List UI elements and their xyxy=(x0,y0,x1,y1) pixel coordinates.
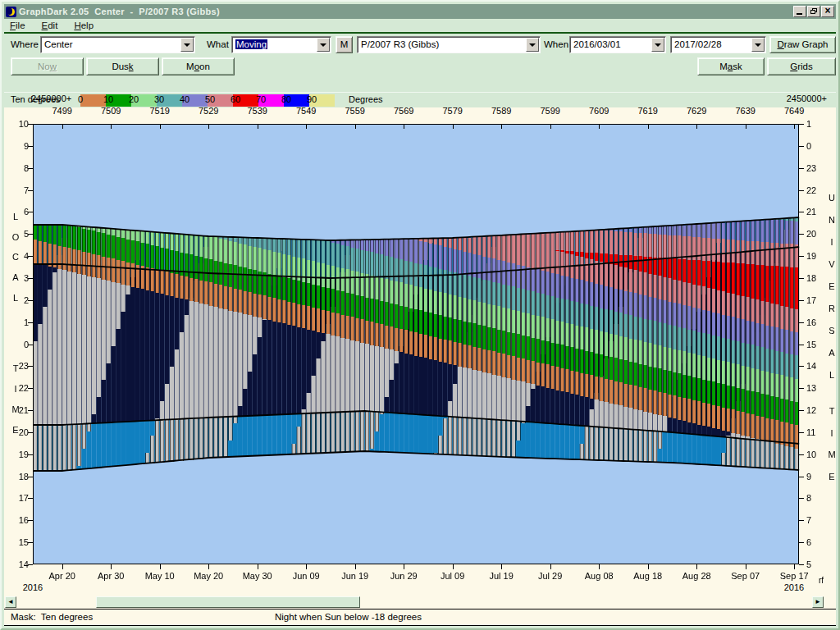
left-hour-label: 16 xyxy=(2,515,29,525)
date-tick-label: Aug 18 xyxy=(624,571,672,581)
legend-degrees-label: Degrees xyxy=(349,94,383,104)
chart-panel: 2450000+2450000+749975097519752975397549… xyxy=(4,107,836,611)
left-axis-title: C xyxy=(11,252,20,262)
jd-tick-label: 7639 xyxy=(722,106,769,116)
date-tick-label: Sep 17 xyxy=(770,571,818,581)
where-combobox[interactable]: Center xyxy=(40,36,195,53)
right-hour-label: 9 xyxy=(806,472,823,482)
legend-tick: 60 xyxy=(231,94,240,104)
legend-tick: 30 xyxy=(154,94,164,104)
object-dropdown-button[interactable] xyxy=(526,38,539,52)
date-from-combobox[interactable]: 2016/03/01 xyxy=(569,36,666,53)
jd-tick-label: 7599 xyxy=(527,106,574,116)
scroll-left-button[interactable]: ◄ xyxy=(5,596,16,608)
legend-tick: 80 xyxy=(281,94,291,104)
legend-tick: 0 xyxy=(78,94,83,104)
date-tick-label: Jul 09 xyxy=(429,571,477,581)
grids-button[interactable]: Grids xyxy=(767,57,836,75)
what-combobox[interactable]: Moving xyxy=(231,36,331,53)
left-hour-label: 10 xyxy=(2,119,29,129)
left-hour-label: 15 xyxy=(2,537,29,547)
restore-button[interactable] xyxy=(807,6,820,17)
left-axis-title: T xyxy=(11,363,20,373)
date-tick-label: Aug 08 xyxy=(575,571,623,581)
date-tick-label: Aug 28 xyxy=(673,571,720,581)
right-hour-label: 19 xyxy=(806,251,823,261)
date-tick-label: Jun 19 xyxy=(331,571,379,581)
right-axis-title: U xyxy=(827,193,837,203)
jd-tick-label: 7649 xyxy=(770,106,818,116)
right-axis-title: E xyxy=(827,281,837,291)
right-hour-label: 13 xyxy=(806,383,823,393)
left-axis-title: A xyxy=(11,272,20,282)
dusk-button[interactable]: Dusk xyxy=(86,57,159,75)
chevron-down-icon xyxy=(184,43,190,50)
date-to-dropdown-button[interactable] xyxy=(751,38,765,52)
date-tick-label: Jul 19 xyxy=(477,571,525,581)
right-axis-title: N xyxy=(827,215,837,225)
jd-tick-label: 7559 xyxy=(331,106,379,116)
right-hour-label: 8 xyxy=(806,493,823,503)
right-hour-label: 7 xyxy=(806,515,823,525)
app-icon xyxy=(6,7,16,17)
left-hour-label: 7 xyxy=(2,185,29,195)
right-hour-label: 15 xyxy=(806,340,823,349)
jd-tick-label: 7569 xyxy=(380,106,427,116)
when-label: When xyxy=(544,39,568,49)
right-hour-label: 17 xyxy=(806,295,823,305)
what-dropdown-button[interactable] xyxy=(317,38,330,52)
left-hour-label: 18 xyxy=(2,472,29,482)
menu-item-file[interactable]: File xyxy=(4,21,31,30)
left-hour-label: 9 xyxy=(2,141,29,151)
jd-tick-label: 7509 xyxy=(87,106,135,116)
right-hour-label: 12 xyxy=(806,405,823,415)
date-to-combobox[interactable]: 2017/02/28 xyxy=(670,36,766,53)
left-axis-title: O xyxy=(11,232,20,242)
m-button[interactable]: M xyxy=(336,36,353,53)
date-tick-label: Apr 30 xyxy=(87,571,135,581)
minimize-icon xyxy=(797,13,802,15)
left-axis-title: M xyxy=(11,404,20,414)
right-axis-title: S xyxy=(827,326,837,336)
date-from-dropdown-button[interactable] xyxy=(651,38,664,52)
now-button[interactable]: Now xyxy=(11,57,84,75)
moon-button[interactable]: Moon xyxy=(162,57,235,75)
jd-tick-label: 7609 xyxy=(575,106,623,116)
left-hour-label: 17 xyxy=(2,493,29,503)
date-tick-label: Jun 09 xyxy=(282,571,330,581)
minimize-button[interactable] xyxy=(793,6,806,17)
year-label-left: 2016 xyxy=(15,582,51,592)
chevron-down-icon xyxy=(755,43,761,50)
jd-tick-label: 7619 xyxy=(624,106,672,116)
legend-tick: 40 xyxy=(180,94,189,104)
right-hour-label: 11 xyxy=(806,427,823,437)
date-tick-label: May 30 xyxy=(234,571,281,581)
scroll-right-button[interactable]: ► xyxy=(812,596,824,608)
status-night-text: Night when Sun below -18 degrees xyxy=(275,612,422,622)
right-hour-label: 21 xyxy=(806,207,823,217)
corner-note: rf xyxy=(819,576,824,585)
status-bar: Mask: Ten degrees Night when Sun below -… xyxy=(4,609,836,626)
date-tick-label: Apr 20 xyxy=(39,571,86,581)
menu-item-help[interactable]: Help xyxy=(68,21,99,30)
right-axis-title: I xyxy=(827,237,837,247)
horizontal-scrollbar[interactable]: ◄ ► xyxy=(5,596,824,608)
title-bar[interactable]: GraphDark 2.05 Center - P/2007 R3 (Gibbs… xyxy=(4,4,836,19)
draw-graph-button[interactable]: Draw Graph xyxy=(769,36,836,53)
right-hour-label: 20 xyxy=(806,229,823,239)
jd-tick-label: 7519 xyxy=(136,106,184,116)
chevron-down-icon xyxy=(655,43,661,50)
object-combobox[interactable]: P/2007 R3 (Gibbs) xyxy=(357,36,541,53)
date-tick-label: Sep 07 xyxy=(722,571,769,581)
right-axis-title: A xyxy=(827,348,837,358)
where-dropdown-button[interactable] xyxy=(180,38,194,52)
menu-item-edit[interactable]: Edit xyxy=(36,21,64,30)
scrollbar-thumb[interactable] xyxy=(96,596,360,608)
window-title: GraphDark 2.05 Center - P/2007 R3 (Gibbs… xyxy=(19,7,792,16)
jd-tick-label: 7539 xyxy=(234,106,281,116)
close-button[interactable]: × xyxy=(821,6,834,17)
legend-segment-0 xyxy=(80,94,106,107)
jd-tick-label: 7549 xyxy=(282,106,330,116)
jd-tick-label: 7529 xyxy=(185,106,232,116)
mask-button[interactable]: Mask xyxy=(697,57,765,75)
